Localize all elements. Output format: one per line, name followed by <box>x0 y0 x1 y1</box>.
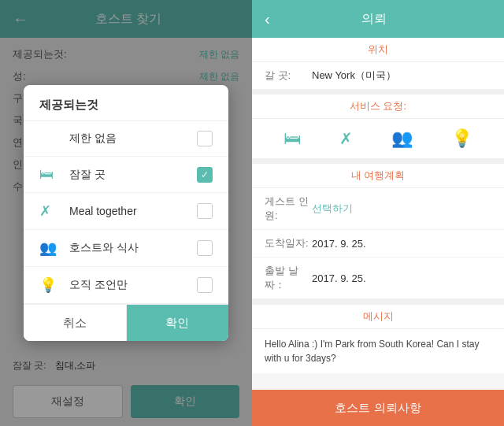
modal-ok-button[interactable]: 확인 <box>127 305 229 341</box>
destination-row: 갈 곳: New York（미국） <box>252 62 504 90</box>
service-advice-icon: 💡 <box>451 128 472 149</box>
departure-row: 출발 날짜： 2017. 9. 25. <box>252 257 504 299</box>
departure-label: 출발 날짜： <box>265 264 312 292</box>
inquiry-footer-button[interactable]: 호스트 의뢰사항 <box>252 390 504 426</box>
service-icons-row: 🛏 ✗ 👥 💡 <box>252 119 504 159</box>
meal-icon: ✗ <box>39 202 63 220</box>
modal-item-label-0: 제한 없음 <box>69 132 197 146</box>
location-section-header: 위치 <box>252 38 504 62</box>
checkbox-4[interactable] <box>197 277 213 293</box>
modal-title: 제공되는것 <box>24 85 228 121</box>
right-header: ‹ 의뢰 <box>252 0 504 38</box>
guest-value: 선택하기 <box>312 202 491 216</box>
arrival-value: 2017. 9. 25. <box>312 238 491 250</box>
service-section-header: 서비스 요청: <box>252 94 504 119</box>
modal-item-label-3: 호스트와 식사 <box>69 241 197 255</box>
modal-item-1[interactable]: 🛏 잠잘 곳 <box>24 157 228 193</box>
bed-icon: 🛏 <box>39 166 63 183</box>
right-back-button[interactable]: ‹ <box>265 10 270 28</box>
modal-dialog: 제공되는것 제한 없음 🛏 잠잘 곳 ✗ Meal together <box>24 85 228 341</box>
guest-row: 게스트 인원: 선택하기 <box>252 188 504 230</box>
checkbox-0[interactable] <box>197 131 213 146</box>
guest-label: 게스트 인원: <box>265 194 312 223</box>
modal-overlay[interactable]: 제공되는것 제한 없음 🛏 잠잘 곳 ✗ Meal together <box>0 0 252 426</box>
modal-item-3[interactable]: 👥 호스트와 식사 <box>24 230 228 267</box>
modal-actions: 취소 확인 <box>24 304 228 341</box>
message-text: Hello Alina :) I'm Park from South Korea… <box>252 329 504 373</box>
departure-value: 2017. 9. 25. <box>312 272 491 284</box>
checkbox-1[interactable] <box>197 167 213 183</box>
right-content: 위치 갈 곳: New York（미국） 서비스 요청: 🛏 ✗ 👥 💡 내 여… <box>252 38 504 426</box>
service-bed-icon: 🛏 <box>284 128 301 149</box>
advice-icon: 💡 <box>39 276 63 294</box>
right-panel: ‹ 의뢰 위치 갈 곳: New York（미국） 서비스 요청: 🛏 ✗ 👥 … <box>252 0 504 426</box>
modal-item-label-2: Meal together <box>69 205 197 217</box>
modal-item-2[interactable]: ✗ Meal together <box>24 193 228 230</box>
dining-icon: 👥 <box>39 239 63 257</box>
modal-item-label-4: 오직 조언만 <box>69 278 197 292</box>
destination-label: 갈 곳: <box>265 69 312 83</box>
arrival-label: 도착일자: <box>265 236 312 250</box>
arrival-row: 도착일자: 2017. 9. 25. <box>252 230 504 257</box>
left-panel: ← 호스트 찾기 제공되는것: 제한 없음 성: 제한 없음 구: 국가: 연령… <box>0 0 252 426</box>
checkbox-3[interactable] <box>197 240 213 256</box>
modal-cancel-button[interactable]: 취소 <box>24 305 127 341</box>
inquiry-footer-label: 호스트 의뢰사항 <box>335 401 421 416</box>
modal-item-label-1: 잠잘 곳 <box>69 168 197 182</box>
plan-section: 게스트 인원: 선택하기 도착일자: 2017. 9. 25. 출발 날짜： 2… <box>252 188 504 300</box>
service-meal-icon: ✗ <box>339 129 353 148</box>
message-section-header: 메시지 <box>252 305 504 329</box>
destination-value: New York（미국） <box>312 69 491 83</box>
plan-section-header: 내 여행계획 <box>252 164 504 188</box>
checkbox-2[interactable] <box>197 203 213 219</box>
modal-item-4[interactable]: 💡 오직 조언만 <box>24 267 228 304</box>
service-dining-icon: 👥 <box>391 128 413 149</box>
right-title: 의뢰 <box>276 11 472 28</box>
modal-item-0[interactable]: 제한 없음 <box>24 121 228 157</box>
